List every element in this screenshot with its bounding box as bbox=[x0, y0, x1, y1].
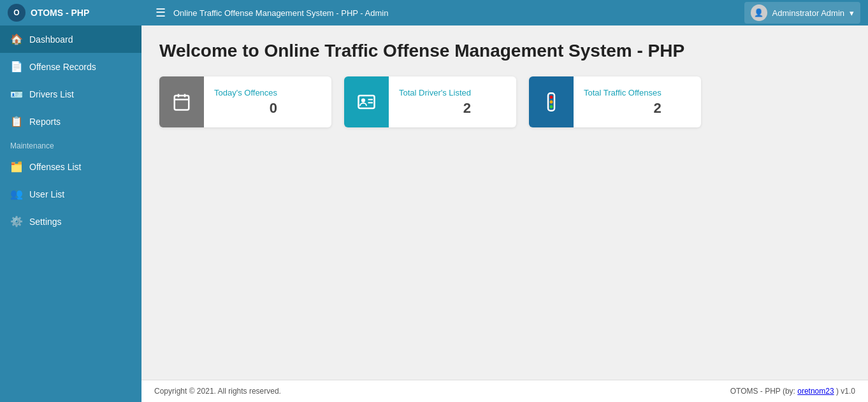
navbar-title: Online Traffic Offense Management System… bbox=[173, 8, 388, 18]
card-total-drivers-body: Total Driver's Listed 2 bbox=[389, 83, 481, 122]
admin-label: Adminstrator Admin bbox=[772, 8, 844, 18]
footer: Copyright © 2021. All rights reserved. O… bbox=[141, 380, 868, 402]
sidebar: 🏠 Dashboard 📄 Offense Records 🪪 Drivers … bbox=[0, 25, 141, 402]
footer-right-suffix: ) v1.0 bbox=[834, 387, 855, 396]
offense-records-icon: 📄 bbox=[10, 61, 23, 73]
sidebar-item-dashboard[interactable]: 🏠 Dashboard bbox=[0, 25, 141, 53]
brand-icon: O bbox=[8, 4, 25, 22]
main-content: Welcome to Online Traffic Offense Manage… bbox=[141, 25, 868, 380]
avatar: 👤 bbox=[751, 4, 767, 21]
user-list-icon: 👥 bbox=[10, 188, 23, 200]
sidebar-item-drivers-list[interactable]: 🪪 Drivers List bbox=[0, 80, 141, 108]
card-todays-offences: Today's Offences 0 bbox=[159, 76, 331, 127]
dropdown-icon: ▾ bbox=[850, 8, 854, 18]
footer-right-prefix: OTOMS - PHP (by: bbox=[730, 387, 798, 396]
cards-row: Today's Offences 0 bbox=[159, 76, 850, 127]
card-total-traffic-offenses-body: Total Traffic Offenses 2 bbox=[574, 83, 672, 122]
maintenance-section-label: Maintenance bbox=[0, 135, 141, 153]
svg-point-5 bbox=[361, 98, 365, 102]
svg-rect-4 bbox=[359, 96, 375, 108]
card-total-traffic-offenses-icon bbox=[529, 76, 574, 127]
sidebar-item-settings[interactable]: ⚙️ Settings bbox=[0, 208, 141, 235]
admin-dropdown[interactable]: 👤 Adminstrator Admin ▾ bbox=[744, 2, 860, 24]
sidebar-item-reports[interactable]: 📋 Reports bbox=[0, 108, 141, 135]
sidebar-label-settings: Settings bbox=[29, 217, 62, 227]
sidebar-item-offense-records[interactable]: 📄 Offense Records bbox=[0, 53, 141, 80]
card-total-drivers-icon bbox=[344, 76, 389, 127]
navbar: O OTOMS - PHP ☰ Online Traffic Offense M… bbox=[0, 0, 868, 25]
footer-left: Copyright © 2021. All rights reserved. bbox=[154, 387, 281, 396]
card-total-drivers-label: Total Driver's Listed bbox=[399, 88, 471, 97]
reports-icon: 📋 bbox=[10, 115, 23, 127]
card-total-traffic-offenses-label: Total Traffic Offenses bbox=[584, 88, 662, 97]
sidebar-label-offenses-list: Offenses List bbox=[29, 162, 81, 172]
card-todays-offences-value: 0 bbox=[214, 100, 277, 117]
card-todays-offences-body: Today's Offences 0 bbox=[204, 83, 287, 122]
card-total-drivers-value: 2 bbox=[399, 100, 471, 117]
sidebar-label-offense-records: Offense Records bbox=[29, 62, 96, 72]
layout: 🏠 Dashboard 📄 Offense Records 🪪 Drivers … bbox=[0, 25, 868, 402]
svg-point-11 bbox=[550, 105, 553, 108]
sidebar-label-drivers-list: Drivers List bbox=[29, 89, 74, 99]
page-title: Welcome to Online Traffic Offense Manage… bbox=[159, 41, 850, 61]
card-total-traffic-offenses: Total Traffic Offenses 2 bbox=[529, 76, 701, 127]
sidebar-label-dashboard: Dashboard bbox=[29, 34, 73, 45]
card-total-traffic-offenses-value: 2 bbox=[584, 100, 662, 117]
svg-rect-0 bbox=[175, 96, 189, 110]
settings-icon: ⚙️ bbox=[10, 215, 23, 227]
main: Welcome to Online Traffic Offense Manage… bbox=[141, 25, 868, 402]
footer-author-link[interactable]: oretnom23 bbox=[797, 387, 834, 396]
brand-label: OTOMS - PHP bbox=[31, 8, 89, 18]
card-todays-offences-icon bbox=[159, 76, 204, 127]
dashboard-icon: 🏠 bbox=[10, 33, 23, 45]
card-total-drivers: Total Driver's Listed 2 bbox=[344, 76, 516, 127]
svg-point-9 bbox=[550, 96, 553, 99]
sidebar-label-reports: Reports bbox=[29, 117, 61, 127]
card-todays-offences-label: Today's Offences bbox=[214, 88, 277, 97]
svg-point-10 bbox=[550, 101, 553, 104]
navbar-left: O OTOMS - PHP ☰ Online Traffic Offense M… bbox=[8, 4, 388, 22]
hamburger-icon[interactable]: ☰ bbox=[156, 6, 166, 20]
sidebar-item-user-list[interactable]: 👥 User List bbox=[0, 180, 141, 208]
navbar-brand: O OTOMS - PHP bbox=[8, 4, 148, 22]
footer-right: OTOMS - PHP (by: oretnom23 ) v1.0 bbox=[730, 387, 855, 396]
sidebar-label-user-list: User List bbox=[29, 189, 64, 199]
offenses-list-icon: 🗂️ bbox=[10, 161, 23, 173]
sidebar-item-offenses-list[interactable]: 🗂️ Offenses List bbox=[0, 153, 141, 180]
drivers-list-icon: 🪪 bbox=[10, 88, 23, 100]
